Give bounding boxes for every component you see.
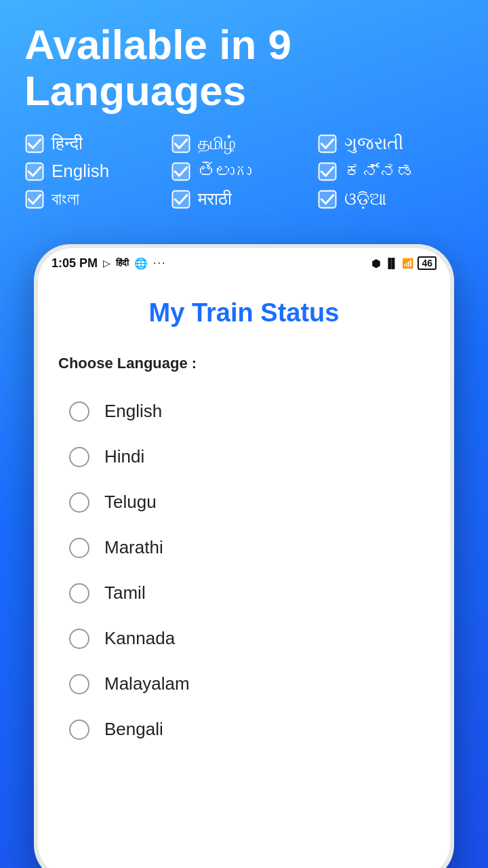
language-option-tamil[interactable]: Tamil (58, 570, 430, 616)
status-time: 1:05 PM (52, 256, 98, 271)
phone-inner: 1:05 PM ▷ हिंदी 🌐 ··· ⬢ ▐▌ 📶 46 My Train… (38, 248, 450, 868)
check-icon-gujarati (317, 134, 338, 154)
lang-item-gujarati: ગુજરાતી (317, 133, 464, 154)
lang-label-odia: ଓଡ଼ିଆ (344, 189, 386, 210)
battery-level: 46 (418, 256, 436, 270)
main-title: Available in 9 Languages (24, 22, 464, 114)
radio-telugu[interactable] (69, 492, 89, 513)
lang-name-kannada: Kannada (104, 628, 175, 649)
check-icon-tamil (171, 134, 191, 154)
lang-item-english: English (24, 161, 171, 182)
lang-item-hindi: हिन्दी (24, 133, 171, 154)
check-icon-telugu (171, 161, 191, 182)
lang-label-tamil: தமிழ் (198, 133, 236, 154)
language-option-malayalam[interactable]: Malayalam (58, 661, 430, 707)
lang-label-telugu: తెలుగు (198, 161, 251, 182)
top-section: Available in 9 Languages हिन्दी தமிழ் ગુ… (0, 0, 488, 226)
phone-mockup: 1:05 PM ▷ हिंदी 🌐 ··· ⬢ ▐▌ 📶 46 My Train… (34, 244, 454, 868)
radio-tamil[interactable] (69, 583, 89, 604)
status-icons: ⬢ ▐▌ 📶 46 (371, 256, 436, 270)
dots-icon: ··· (153, 257, 166, 269)
language-option-bengali[interactable]: Bengali (58, 707, 430, 752)
language-option-marathi[interactable]: Marathi (58, 525, 430, 570)
lang-item-bengali: বাংলা (24, 189, 171, 210)
check-icon-kannada (317, 161, 338, 182)
phone-outer: 1:05 PM ▷ हिंदी 🌐 ··· ⬢ ▐▌ 📶 46 My Train… (34, 244, 454, 868)
languages-grid: हिन्दी தமிழ் ગુજરાતી English (24, 133, 464, 210)
app-title: My Train Status (58, 298, 430, 328)
language-option-english[interactable]: English (58, 389, 430, 434)
lang-label-gujarati: ગુજરાતી (344, 133, 403, 154)
lang-name-telugu: Telugu (104, 492, 157, 513)
lang-name-hindi: Hindi (104, 446, 144, 467)
radio-english[interactable] (69, 401, 89, 422)
bluetooth-icon: ⬢ (371, 257, 381, 270)
lang-item-telugu: తెలుగు (171, 161, 317, 182)
check-icon-bengali (24, 189, 45, 210)
radio-kannada[interactable] (69, 629, 89, 649)
radio-malayalam[interactable] (69, 674, 89, 694)
radio-marathi[interactable] (69, 538, 89, 558)
language-list: English Hindi Telugu Marathi (58, 389, 430, 752)
lang-item-odia: ଓଡ଼ିଆ (317, 189, 464, 210)
check-icon-odia (317, 189, 338, 210)
lang-item-marathi: मराठी (171, 189, 317, 210)
lang-name-tamil: Tamil (104, 583, 146, 604)
language-option-telugu[interactable]: Telugu (58, 479, 430, 525)
check-icon (24, 134, 45, 154)
play-icon: ▷ (103, 258, 110, 269)
language-option-hindi[interactable]: Hindi (58, 434, 430, 479)
check-icon-marathi (171, 189, 191, 210)
wifi-icon: 📶 (402, 258, 413, 269)
hindi-indicator: हिंदी (116, 258, 129, 269)
app-content: My Train Status Choose Language : Englis… (38, 278, 450, 868)
language-option-kannada[interactable]: Kannada (58, 616, 430, 661)
lang-name-english: English (104, 401, 162, 422)
status-left: 1:05 PM ▷ हिंदी 🌐 ··· (52, 256, 166, 271)
lang-name-malayalam: Malayalam (104, 673, 190, 694)
check-icon-english (24, 161, 45, 182)
signal-icon: ▐▌ (385, 258, 399, 269)
lang-label-bengali: বাংলা (52, 189, 79, 210)
lang-label-english: English (52, 161, 109, 182)
lang-name-marathi: Marathi (104, 537, 163, 558)
lang-name-bengali: Bengali (104, 719, 163, 740)
lang-label-hindi: हिन्दी (52, 133, 83, 154)
lang-label-kannada: ಕನ್ನಡ (344, 161, 415, 182)
status-bar: 1:05 PM ▷ हिंदी 🌐 ··· ⬢ ▐▌ 📶 46 (38, 248, 450, 278)
lang-label-marathi: मराठी (198, 189, 232, 210)
globe-icon: 🌐 (134, 257, 148, 270)
lang-item-kannada: ಕನ್ನಡ (317, 161, 464, 182)
lang-item-tamil: தமிழ் (171, 133, 317, 154)
choose-language-label: Choose Language : (58, 355, 430, 372)
radio-hindi[interactable] (69, 447, 89, 467)
radio-bengali[interactable] (69, 719, 89, 740)
